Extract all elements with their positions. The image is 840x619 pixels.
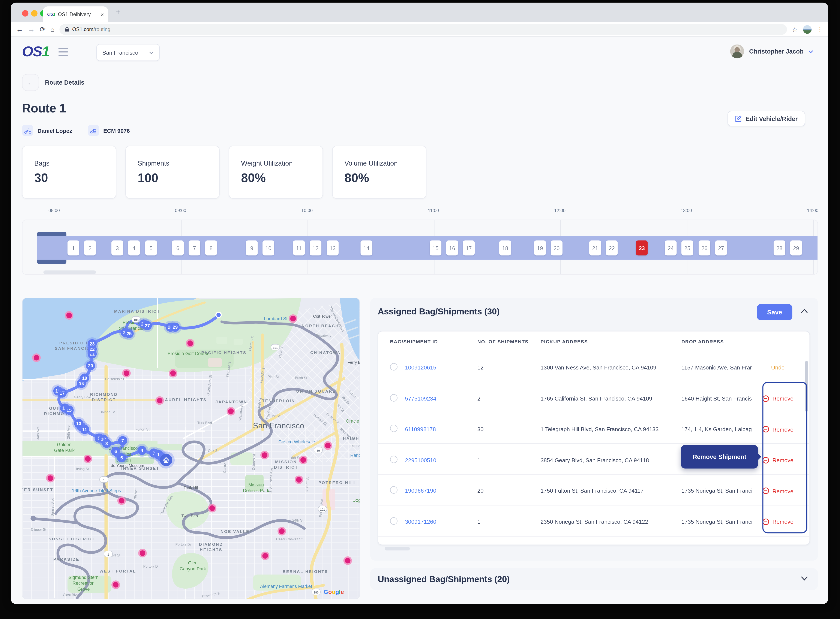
timeline-stop-22[interactable]: 22 [606,241,618,256]
bag-shipment-id-link[interactable]: 2295100510 [405,456,436,463]
timeline-stop-10[interactable]: 10 [262,241,274,256]
remove-minus-icon[interactable] [762,426,769,433]
bookmark-star-icon[interactable]: ☆ [792,25,798,33]
save-button[interactable]: Save [757,304,792,320]
unassigned-marker[interactable] [210,505,215,511]
home-icon[interactable]: ⌂ [50,26,55,33]
timeline-stop-3[interactable]: 3 [111,241,123,256]
unassigned-marker[interactable] [345,558,350,564]
timeline-stop-6[interactable]: 6 [172,241,184,256]
tab-close-icon[interactable]: × [100,11,104,17]
remove-label[interactable]: Remove [773,395,794,402]
timeline-stop-15[interactable]: 15 [430,241,442,256]
timeline-scrollbar[interactable] [43,271,96,274]
city-selector-dropdown[interactable]: San Francisco [96,44,160,61]
row-radio-button[interactable] [390,517,397,525]
unassigned-marker[interactable] [113,582,118,588]
timeline-stop-16[interactable]: 16 [446,241,458,256]
unassigned-marker[interactable] [85,456,91,462]
remove-minus-icon[interactable] [762,456,769,464]
bag-shipment-id-link[interactable]: 6110998178 [405,426,436,432]
timeline-stop-9[interactable]: 9 [246,241,258,256]
remove-action[interactable]: Remove [753,518,803,525]
unassigned-marker[interactable] [296,477,302,483]
remove-minus-icon[interactable] [762,395,769,402]
timeline-stop-12[interactable]: 12 [310,241,322,256]
timeline-stop-24[interactable]: 24 [665,241,677,256]
undo-label[interactable]: Undo [771,364,785,371]
browser-menu-icon[interactable]: ⋮ [817,26,823,33]
url-bar[interactable]: OS1.com/routing [59,24,787,34]
os1-logo[interactable]: OS1 [22,43,49,60]
timeline-stop-26[interactable]: 26 [699,241,710,256]
unassigned-marker[interactable] [48,475,53,481]
row-radio-button[interactable] [390,455,397,463]
timeline-stop-2[interactable]: 2 [84,241,96,256]
timeline-stop-13[interactable]: 13 [327,241,338,256]
timeline-stop-20[interactable]: 20 [551,241,563,256]
unassigned-marker[interactable] [301,457,306,463]
browser-profile-avatar[interactable] [803,25,812,33]
remove-minus-icon[interactable] [762,518,769,525]
unassigned-marker[interactable] [187,341,193,346]
bag-shipment-id-link[interactable]: 1009120615 [405,364,436,371]
row-radio-button[interactable] [390,486,397,494]
unassigned-marker[interactable] [325,443,331,448]
row-radio-button[interactable] [390,363,397,371]
row-radio-button[interactable] [390,394,397,401]
unassigned-marker[interactable] [170,371,176,376]
unassigned-marker[interactable] [140,550,145,556]
timeline-stop-21[interactable]: 21 [589,241,601,256]
route-timeline[interactable]: 1234567891011121314151617181920212223242… [22,220,818,275]
table-horizontal-scrollbar[interactable] [385,547,410,551]
bag-shipment-id-link[interactable]: 5775109234 [405,395,436,401]
unassigned-marker[interactable] [34,355,39,360]
timeline-stop-7[interactable]: 7 [189,241,201,256]
remove-action[interactable]: Remove [753,487,803,494]
timeline-stop-8[interactable]: 8 [205,241,217,256]
remove-action[interactable]: Remove [753,395,803,402]
edit-vehicle-rider-button[interactable]: Edit Vehicle/Rider [728,111,805,127]
unassigned-marker[interactable] [228,408,234,414]
route-map[interactable]: MARINA DISTRICTNORTH BEACHCoit TowerLomb… [22,298,360,599]
remove-label[interactable]: Remove [773,426,794,432]
bag-shipment-id-link[interactable]: 1909667190 [405,487,436,494]
hamburger-menu-icon[interactable] [58,48,68,56]
window-close-button[interactable] [22,10,28,17]
unassigned-marker[interactable] [279,528,284,534]
expand-chevron-down-icon[interactable] [800,576,809,581]
timeline-stop-5[interactable]: 5 [145,241,157,256]
user-menu[interactable]: Christopher Jacob [730,45,813,58]
unassigned-marker[interactable] [66,313,72,318]
unassigned-marker[interactable] [262,553,268,559]
timeline-stop-28[interactable]: 28 [774,241,785,256]
window-minimize-button[interactable] [31,10,37,17]
timeline-stop-18[interactable]: 18 [499,241,511,256]
timeline-stop-27[interactable]: 27 [715,241,727,256]
remove-label[interactable]: Remove [773,487,794,494]
row-radio-button[interactable] [390,425,397,432]
refresh-icon[interactable]: ⟳ [40,26,45,33]
remove-label[interactable]: Remove [773,457,794,463]
undo-action[interactable]: Undo [753,364,803,371]
back-icon[interactable]: ← [16,26,23,33]
collapse-chevron-up-icon[interactable] [800,308,809,314]
timeline-stop-19[interactable]: 19 [534,241,546,256]
timeline-stop-29[interactable]: 29 [790,241,802,256]
timeline-stop-4[interactable]: 4 [128,241,140,256]
timeline-stop-1[interactable]: 1 [67,241,79,256]
bag-shipment-id-link[interactable]: 3009171260 [405,518,436,525]
unassigned-marker[interactable] [262,452,267,458]
unassigned-marker[interactable] [157,398,162,403]
timeline-stop-23[interactable]: 23 [636,241,648,256]
timeline-stop-17[interactable]: 17 [463,241,475,256]
unassigned-marker[interactable] [290,316,296,321]
remove-action[interactable]: Remove [753,426,803,433]
browser-tab[interactable]: OS1 OS1 Delhivery × [43,6,108,22]
table-vertical-scrollbar[interactable] [805,361,808,412]
remove-label[interactable]: Remove [773,518,794,525]
back-button[interactable]: ← [22,74,39,91]
new-tab-button[interactable]: + [116,7,120,16]
home-depot-marker[interactable] [160,454,172,466]
unassigned-marker[interactable] [124,371,129,376]
